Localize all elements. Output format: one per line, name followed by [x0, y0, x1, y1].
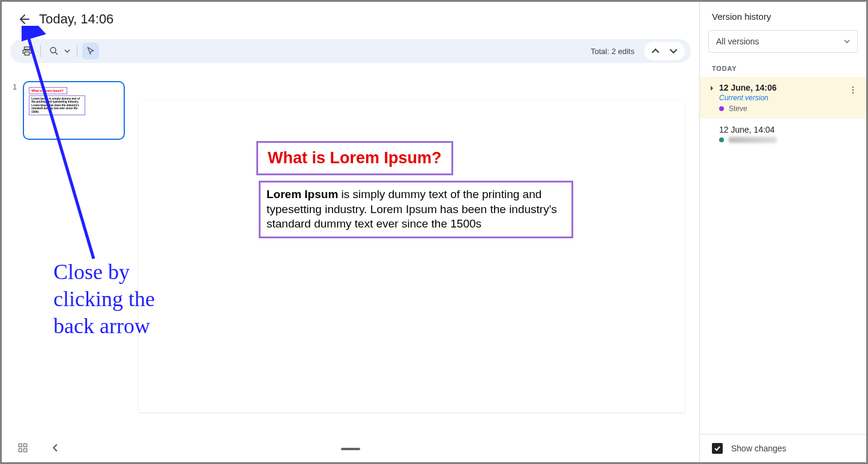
show-changes-label: Show changes [731, 444, 786, 453]
workspace: 1 What is Lorem Ipsum? Lorem Ipsum is si… [2, 70, 699, 433]
version-more-button[interactable] [846, 83, 860, 97]
svg-rect-5 [24, 444, 27, 447]
version-authors [719, 137, 857, 143]
svg-point-9 [852, 89, 854, 91]
zoom-group [46, 43, 72, 59]
thumbnail-number: 1 [13, 81, 17, 140]
svg-rect-7 [24, 449, 27, 452]
check-icon [714, 445, 721, 452]
version-subtitle: Current version [719, 94, 857, 102]
section-label-today: TODAY [700, 59, 866, 77]
slide-body-bold: Lorem Ipsum [267, 188, 338, 200]
divider [40, 45, 41, 57]
zoom-button[interactable] [46, 43, 62, 59]
thumb-mini-body: Lorem Ipsum is simply dummy text of the … [29, 95, 85, 115]
version-author [719, 137, 857, 143]
version-time: 12 June, 14:06 [719, 83, 857, 92]
show-changes-checkbox[interactable] [712, 443, 723, 454]
slide-thumbnail[interactable]: What is Lorem Ipsum? Lorem Ipsum is simp… [23, 81, 125, 140]
expand-caret-placeholder [708, 125, 716, 127]
nav-arrows [644, 42, 685, 60]
next-edit-button[interactable] [666, 43, 681, 59]
slide-canvas[interactable]: What is Lorem Ipsum? Lorem Ipsum is simp… [139, 100, 685, 412]
main-area: Today, 14:06 [2, 2, 700, 462]
divider [77, 45, 77, 57]
author-name: Steve [729, 104, 747, 113]
svg-point-2 [50, 47, 56, 53]
thumbnail-column: 1 What is Lorem Ipsum? Lorem Ipsum is si… [13, 81, 139, 433]
expand-caret[interactable] [708, 83, 716, 91]
svg-point-8 [852, 86, 854, 88]
cursor-icon [86, 46, 95, 56]
version-history-sidebar: Version history All versions TODAY 12 Ju… [700, 2, 866, 462]
footer [2, 433, 699, 462]
grid-view-button[interactable] [14, 439, 32, 457]
toolbar-row: Total: 2 edits [2, 37, 699, 70]
version-time: 12 June, 14:04 [719, 125, 857, 134]
chevron-up-icon [651, 47, 660, 55]
versions-dropdown-label: All versions [716, 37, 759, 46]
magnifier-icon [49, 46, 59, 56]
slide-body-box[interactable]: Lorem Ipsum is simply dummy text of the … [259, 181, 573, 238]
svg-rect-1 [25, 52, 29, 55]
versions-dropdown[interactable]: All versions [708, 30, 858, 53]
thumb-mini-title: What is Lorem Ipsum? [29, 87, 67, 94]
pointer-button[interactable] [82, 43, 99, 59]
caret-down-icon [64, 48, 70, 54]
header: Today, 14:06 [2, 2, 699, 37]
thumbnail-row: 1 What is Lorem Ipsum? Lorem Ipsum is si… [13, 81, 139, 140]
caret-down-icon [844, 38, 850, 44]
caret-right-icon [709, 85, 715, 91]
author-dot-icon [719, 106, 724, 111]
chevron-left-icon [51, 444, 59, 452]
slide-title-box[interactable]: What is Lorem Ipsum? [256, 141, 453, 175]
version-item-current[interactable]: 12 June, 14:06 Current version Steve [700, 77, 866, 119]
chevron-down-icon [669, 47, 678, 55]
version-authors: Steve [719, 104, 857, 113]
slide-area[interactable]: What is Lorem Ipsum? Lorem Ipsum is simp… [139, 81, 699, 433]
author-name-blurred [729, 137, 777, 143]
version-body: 12 June, 14:06 Current version Steve [719, 83, 857, 113]
svg-point-10 [852, 92, 854, 93]
version-author: Steve [719, 104, 857, 113]
version-body: 12 June, 14:04 [719, 125, 857, 143]
print-button[interactable] [19, 43, 35, 59]
more-vert-icon [848, 85, 858, 95]
sidebar-title: Version history [700, 2, 866, 30]
prev-edit-button[interactable] [648, 43, 663, 59]
version-item[interactable]: 12 June, 14:04 [700, 119, 866, 149]
annotation-text: Close by clicking the back arrow [53, 259, 155, 340]
svg-rect-4 [19, 444, 22, 447]
grid-icon [17, 442, 28, 453]
collapse-button[interactable] [46, 439, 64, 457]
edits-total: Total: 2 edits [591, 47, 634, 56]
author-dot-icon [719, 137, 724, 142]
back-button[interactable] [13, 7, 37, 31]
arrow-left-icon [17, 12, 32, 26]
svg-rect-0 [25, 47, 30, 49]
drag-handle[interactable] [341, 448, 360, 450]
zoom-dropdown[interactable] [62, 43, 72, 59]
svg-rect-6 [19, 449, 22, 452]
page-title: Today, 14:06 [39, 11, 113, 27]
sidebar-footer: Show changes [700, 434, 866, 462]
toolbar: Total: 2 edits [10, 39, 691, 63]
print-icon [22, 46, 32, 56]
